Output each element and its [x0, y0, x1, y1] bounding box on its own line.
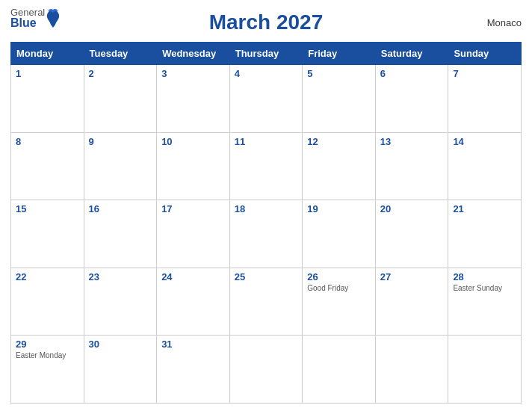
day-number: 19: [307, 203, 371, 214]
table-cell: 29Easter Monday: [11, 336, 84, 404]
table-cell: 1: [11, 65, 84, 133]
table-cell: 11: [229, 132, 303, 200]
week-row-1: 1234567: [11, 65, 522, 133]
table-cell: 19: [303, 200, 376, 268]
logo-bird-icon: [45, 8, 61, 29]
day-number: 23: [89, 271, 152, 282]
table-cell: 17: [157, 200, 230, 268]
day-number: 21: [453, 203, 516, 214]
table-cell: 25: [229, 268, 303, 336]
day-number: 4: [235, 68, 298, 79]
table-cell: 18: [229, 200, 303, 268]
day-number: 5: [307, 68, 371, 79]
table-cell: 6: [375, 65, 448, 133]
header-thursday: Thursday: [229, 43, 303, 65]
table-cell: 15: [11, 200, 84, 268]
day-number: 15: [16, 203, 79, 214]
holiday-label: Easter Monday: [16, 351, 79, 359]
table-cell: 13: [375, 132, 448, 200]
table-cell: 28Easter Sunday: [448, 268, 522, 336]
table-cell: 4: [229, 65, 303, 133]
day-number: 2: [89, 68, 152, 79]
calendar-table: Monday Tuesday Wednesday Thursday Friday…: [10, 42, 522, 404]
day-number: 31: [161, 339, 225, 350]
day-number: 7: [453, 68, 516, 79]
table-cell: [229, 336, 303, 404]
table-cell: 2: [84, 65, 157, 133]
day-number: 6: [380, 68, 444, 79]
week-row-4: 2223242526Good Friday2728Easter Sunday: [11, 268, 522, 336]
table-cell: 30: [84, 336, 157, 404]
table-cell: 8: [11, 132, 84, 200]
table-cell: 7: [448, 65, 522, 133]
day-number: 20: [380, 203, 444, 214]
day-number: 12: [307, 136, 371, 147]
table-cell: 26Good Friday: [303, 268, 376, 336]
table-cell: [448, 336, 522, 404]
day-number: 1: [16, 68, 79, 79]
day-number: 30: [89, 339, 152, 350]
header-friday: Friday: [303, 43, 376, 65]
day-number: 26: [307, 271, 371, 282]
day-number: 17: [161, 203, 225, 214]
logo: General Blue: [10, 7, 61, 29]
header-wednesday: Wednesday: [157, 43, 230, 65]
table-cell: 21: [448, 200, 522, 268]
table-cell: 16: [84, 200, 157, 268]
table-cell: 14: [448, 132, 522, 200]
table-cell: 5: [303, 65, 376, 133]
calendar-header: General Blue March 2027 Monaco: [10, 7, 522, 37]
calendar-container: General Blue March 2027 Monaco Monday Tu…: [0, 0, 532, 411]
table-cell: 23: [84, 268, 157, 336]
table-cell: 20: [375, 200, 448, 268]
table-cell: 22: [11, 268, 84, 336]
table-cell: 31: [157, 336, 230, 404]
week-row-2: 891011121314: [11, 132, 522, 200]
table-cell: 24: [157, 268, 230, 336]
table-cell: 27: [375, 268, 448, 336]
holiday-label: Good Friday: [307, 284, 371, 292]
header-saturday: Saturday: [375, 43, 448, 65]
day-number: 14: [453, 136, 516, 147]
table-cell: 9: [84, 132, 157, 200]
day-number: 8: [16, 136, 79, 147]
holiday-label: Easter Sunday: [453, 284, 516, 292]
day-number: 29: [16, 339, 79, 350]
weekday-header-row: Monday Tuesday Wednesday Thursday Friday…: [11, 43, 522, 65]
day-number: 3: [161, 68, 225, 79]
day-number: 9: [89, 136, 152, 147]
table-cell: [303, 336, 376, 404]
day-number: 10: [161, 136, 225, 147]
logo-blue: Blue: [10, 17, 45, 29]
table-cell: 12: [303, 132, 376, 200]
day-number: 16: [89, 203, 152, 214]
week-row-3: 15161718192021: [11, 200, 522, 268]
table-cell: 10: [157, 132, 230, 200]
header-tuesday: Tuesday: [84, 43, 157, 65]
day-number: 22: [16, 271, 79, 282]
header-sunday: Sunday: [448, 43, 522, 65]
day-number: 25: [235, 271, 298, 282]
calendar-title: March 2027: [209, 10, 324, 34]
country-label: Monaco: [487, 17, 522, 28]
day-number: 24: [161, 271, 225, 282]
header-monday: Monday: [11, 43, 84, 65]
day-number: 11: [235, 136, 298, 147]
day-number: 28: [453, 271, 516, 282]
day-number: 18: [235, 203, 298, 214]
day-number: 13: [380, 136, 444, 147]
week-row-5: 29Easter Monday3031: [11, 336, 522, 404]
day-number: 27: [380, 271, 444, 282]
table-cell: [375, 336, 448, 404]
table-cell: 3: [157, 65, 230, 133]
